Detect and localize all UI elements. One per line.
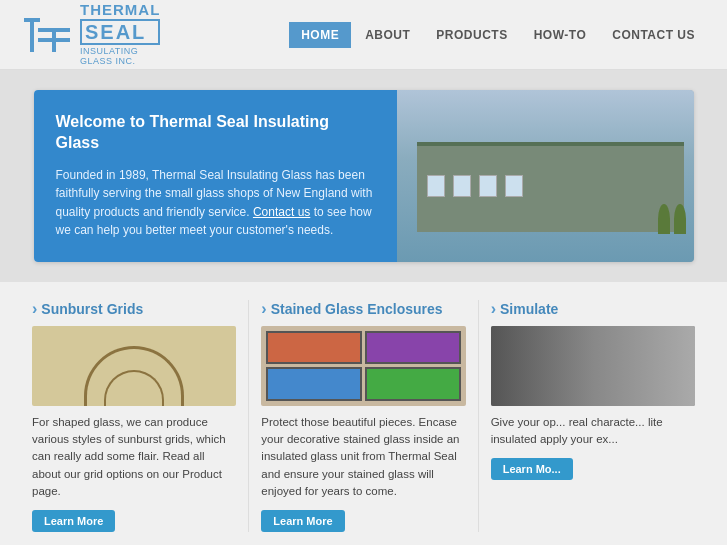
sg-cell-3 bbox=[266, 367, 362, 401]
card-sunburst-desc: For shaped glass, we can produce various… bbox=[32, 414, 236, 500]
hero-title: Welcome to Thermal Seal Insulating Glass bbox=[56, 112, 375, 154]
sg-cell-4 bbox=[365, 367, 461, 401]
nav-contact[interactable]: CONTACT US bbox=[600, 22, 707, 48]
contact-us-link[interactable]: Contact us bbox=[253, 205, 310, 219]
logo-icon bbox=[20, 10, 74, 60]
nav-howto[interactable]: HOW-TO bbox=[522, 22, 599, 48]
logo-seal: SEAL bbox=[80, 19, 160, 45]
nav-about[interactable]: ABOUT bbox=[353, 22, 422, 48]
hero-body: Founded in 1989, Thermal Seal Insulating… bbox=[56, 166, 375, 240]
tree bbox=[658, 204, 670, 234]
hero-inner: Welcome to Thermal Seal Insulating Glass… bbox=[34, 90, 694, 262]
logo-thermal: THERMAL bbox=[80, 2, 160, 19]
window bbox=[453, 175, 471, 197]
nav-products[interactable]: PRODUCTS bbox=[424, 22, 519, 48]
card-simulate-desc: Give your op... real characte... lite in… bbox=[491, 414, 695, 449]
card-stained-title: Stained Glass Enclosures bbox=[261, 300, 465, 318]
main-nav: HOME ABOUT PRODUCTS HOW-TO CONTACT US bbox=[289, 22, 707, 48]
logo-sub: INSULATINGGLASS INC. bbox=[80, 47, 160, 67]
card-sunburst-learn-more[interactable]: Learn More bbox=[32, 510, 115, 532]
card-sunburst-title: Sunburst Grids bbox=[32, 300, 236, 318]
logo-text: THERMAL SEAL INSULATINGGLASS INC. bbox=[80, 2, 160, 66]
stained-glass-panel bbox=[266, 331, 460, 401]
sg-cell-1 bbox=[266, 331, 362, 365]
building-windows bbox=[427, 175, 523, 197]
card-sunburst: Sunburst Grids For shaped glass, we can … bbox=[20, 300, 249, 532]
tree bbox=[674, 204, 686, 234]
window bbox=[505, 175, 523, 197]
sg-cell-2 bbox=[365, 331, 461, 365]
window bbox=[427, 175, 445, 197]
trees bbox=[658, 204, 686, 234]
header: THERMAL SEAL INSULATINGGLASS INC. HOME A… bbox=[0, 0, 727, 70]
card-simulate-title: Simulate bbox=[491, 300, 695, 318]
card-stained-image bbox=[261, 326, 465, 406]
card-stained: Stained Glass Enclosures Protect those b… bbox=[249, 300, 478, 532]
card-sunburst-image bbox=[32, 326, 236, 406]
card-simulate-learn-more[interactable]: Learn Mo... bbox=[491, 458, 573, 480]
building-illustration bbox=[397, 90, 694, 262]
cards-section: Sunburst Grids For shaped glass, we can … bbox=[0, 282, 727, 545]
simulate-strip bbox=[491, 326, 695, 406]
svg-rect-2 bbox=[38, 38, 70, 42]
nav-home[interactable]: HOME bbox=[289, 22, 351, 48]
svg-marker-0 bbox=[24, 18, 40, 52]
card-simulate: Simulate Give your op... real characte..… bbox=[479, 300, 707, 532]
card-stained-desc: Protect those beautiful pieces. Encase y… bbox=[261, 414, 465, 500]
window bbox=[479, 175, 497, 197]
card-simulate-image bbox=[491, 326, 695, 406]
hero-text: Welcome to Thermal Seal Insulating Glass… bbox=[34, 90, 397, 262]
hero-section: Welcome to Thermal Seal Insulating Glass… bbox=[0, 70, 727, 282]
hero-image bbox=[397, 90, 694, 262]
card-stained-learn-more[interactable]: Learn More bbox=[261, 510, 344, 532]
logo: THERMAL SEAL INSULATINGGLASS INC. bbox=[20, 2, 160, 66]
